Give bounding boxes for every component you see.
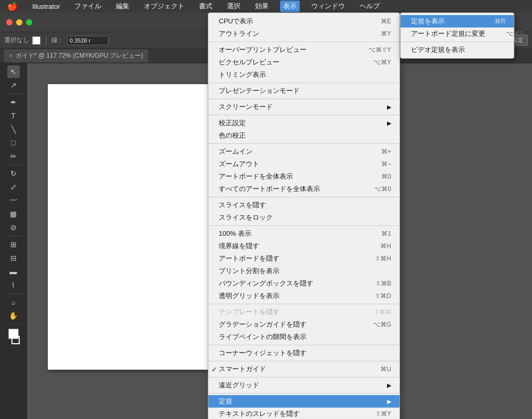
menu-show-livepaint-gaps[interactable]: ライブペイントの隙間を表示 <box>208 331 400 343</box>
menu-presentation-mode[interactable]: プレゼンテーションモード <box>208 85 400 97</box>
menu-sep-4 <box>208 115 400 115</box>
menu-hide-template[interactable]: テンプレートを隠す ⇧⌘W <box>208 306 400 318</box>
menu-sep-9 <box>208 345 400 345</box>
menu-sep-3 <box>208 99 400 99</box>
menu-sep-2 <box>208 83 400 83</box>
menu-hide-corner-widgets[interactable]: コーナーウィジェットを隠す <box>208 347 400 359</box>
menu-hide-gradient-guide[interactable]: グラデーションガイドを隠す ⌥⌘G <box>208 318 400 331</box>
menu-cpu-view[interactable]: CPUで表示 ⌘E <box>208 15 400 28</box>
menu-sep-1 <box>208 42 400 42</box>
menu-sep-6 <box>208 197 400 197</box>
menu-zoom-out[interactable]: ズームアウト ⌘− <box>208 158 400 170</box>
menu-perspective-grid[interactable]: 遠近グリッド ▶ <box>208 379 400 391</box>
menu-zoom-in[interactable]: ズームイン ⌘+ <box>208 145 400 158</box>
menu-100pct[interactable]: 100% 表示 ⌘1 <box>208 227 400 240</box>
menu-hide-bounding-box[interactable]: バウンディングボックスを隠す ⇧⌘B <box>208 277 400 290</box>
menu-sep-5 <box>208 143 400 144</box>
menu-fit-all-artboards[interactable]: すべてのアートボードを全体表示 ⌥⌘0 <box>208 183 400 195</box>
submenu-change-artboard-rulers[interactable]: アートボード定規に変更 ⌥⌘R <box>401 28 514 40</box>
menu-screen-mode[interactable]: スクリーンモード ▶ <box>208 101 400 113</box>
menu-overprint-preview[interactable]: オーバープリントプレビュー ⌥⌘⇧Y <box>208 44 400 56</box>
menu-fit-artboard[interactable]: アートボードを全体表示 ⌘0 <box>208 170 400 183</box>
menu-hide-edges[interactable]: 境界線を隠す ⌘H <box>208 240 400 252</box>
view-menu: CPUで表示 ⌘E アウトライン ⌘Y オーバープリントプレビュー ⌥⌘⇧Y ピ… <box>208 12 400 419</box>
menu-outline[interactable]: アウトライン ⌘Y <box>208 28 400 40</box>
menu-sep-10 <box>208 361 400 361</box>
submenu-sep-1 <box>401 42 514 42</box>
menu-smart-guides[interactable]: ✓ スマートガイド ⌘U <box>208 363 400 375</box>
menu-hide-artboards[interactable]: アートボードを隠す ⇧⌘H <box>208 252 400 265</box>
menu-hide-thread[interactable]: テキストのスレッドを隠す ⇧⌘Y <box>208 408 400 419</box>
menu-show-print-tiling[interactable]: プリント分割を表示 <box>208 265 400 277</box>
menu-hide-slices[interactable]: スライスを隠す <box>208 199 400 211</box>
dropdown-overlay: CPUで表示 ⌘E アウトライン ⌘Y オーバープリントプレビュー ⌥⌘⇧Y ピ… <box>0 0 532 419</box>
submenu-show-video-rulers[interactable]: ビデオ定規を表示 <box>401 44 514 56</box>
menu-trim-view[interactable]: トリミング表示 <box>208 69 400 81</box>
menu-pixel-preview[interactable]: ピクセルプレビュー ⌥⌘Y <box>208 56 400 69</box>
menu-show-transparent-grid[interactable]: 透明グリッドを表示 ⇧⌘D <box>208 290 400 302</box>
rulers-submenu: 定規を表示 ⌘R アートボード定規に変更 ⌥⌘R ビデオ定規を表示 <box>400 12 514 59</box>
menu-sep-12 <box>208 393 400 394</box>
menu-color-proof[interactable]: 色の校正 <box>208 129 400 142</box>
menu-lock-slices[interactable]: スライスをロック <box>208 211 400 224</box>
menu-rulers[interactable]: 定規 ▶ <box>208 395 400 408</box>
menu-sep-7 <box>208 225 400 226</box>
menu-proof-setup[interactable]: 校正設定 ▶ <box>208 117 400 129</box>
menu-sep-11 <box>208 377 400 377</box>
submenu-show-rulers[interactable]: 定規を表示 ⌘R <box>401 15 514 28</box>
menu-sep-8 <box>208 304 400 304</box>
